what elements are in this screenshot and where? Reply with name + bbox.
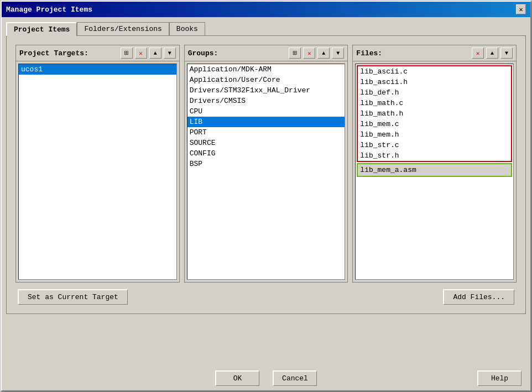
up-icon: ▲ <box>154 50 157 56</box>
targets-down-button[interactable]: ▼ <box>164 48 176 59</box>
list-item[interactable]: Drivers/CMSIS <box>187 96 345 106</box>
help-button[interactable]: Help <box>477 370 521 386</box>
project-targets-header: Project Targets: ⊞ ✕ ▲ ▼ <box>16 45 179 61</box>
list-item[interactable]: SOURCE <box>187 138 345 148</box>
list-item[interactable]: lib_mem.c <box>358 119 511 129</box>
down-icon: ▼ <box>505 50 508 56</box>
close-button[interactable]: ✕ <box>516 4 526 14</box>
tab-folders-extensions[interactable]: Folders/Extensions <box>77 22 169 36</box>
project-targets-panel: Project Targets: ⊞ ✕ ▲ ▼ <box>15 45 180 283</box>
list-item[interactable]: lib_mem_a.asm <box>358 165 511 175</box>
delete-icon: ✕ <box>139 50 143 57</box>
down-icon: ▼ <box>168 50 171 56</box>
list-item[interactable]: lib_math.c <box>358 98 511 108</box>
groups-down-button[interactable]: ▼ <box>332 48 344 59</box>
list-item[interactable]: Application/User/Core <box>187 75 345 85</box>
targets-up-button[interactable]: ▲ <box>149 48 161 59</box>
up-icon: ▲ <box>322 50 325 56</box>
files-label: Files: <box>356 49 470 58</box>
files-up-button[interactable]: ▲ <box>486 48 498 59</box>
bottom-buttons-row: Set as Current Target Add Files... <box>15 289 517 305</box>
list-item[interactable]: PORT <box>187 127 345 138</box>
delete-icon: ✕ <box>476 50 480 57</box>
list-item[interactable]: BSP <box>187 159 345 169</box>
list-item[interactable]: lib_def.h <box>358 87 511 98</box>
list-item[interactable]: Drivers/STM32F1xx_HAL_Driver <box>187 85 345 96</box>
groups-header: Groups: ⊞ ✕ ▲ ▼ <box>185 45 348 61</box>
project-targets-label: Project Targets: <box>19 49 118 58</box>
files-delete-button[interactable]: ✕ <box>472 48 484 59</box>
groups-list[interactable]: Application/MDK-ARM Application/User/Cor… <box>187 64 346 280</box>
files-down-button[interactable]: ▼ <box>500 48 513 59</box>
list-item[interactable]: CPU <box>187 106 345 117</box>
tab-books[interactable]: Books <box>169 22 205 36</box>
down-icon: ▼ <box>336 50 340 56</box>
targets-new-button[interactable]: ⊞ <box>121 48 133 59</box>
dialog-body: Project Items Folders/Extensions Books P… <box>2 17 530 318</box>
list-item[interactable]: lib_ascii.h <box>358 77 511 87</box>
list-item[interactable]: lib_str.h <box>358 150 511 161</box>
footer-center-buttons: OK Cancel <box>215 370 317 386</box>
files-list[interactable]: lib_ascii.c lib_ascii.h lib_def.h lib_ma… <box>355 64 514 280</box>
groups-new-button[interactable]: ⊞ <box>289 48 301 59</box>
list-item[interactable]: Application/MDK-ARM <box>187 64 345 75</box>
list-item[interactable]: ucos1 <box>19 64 176 75</box>
tab-project-items[interactable]: Project Items <box>6 22 77 36</box>
cancel-button[interactable]: Cancel <box>273 370 317 386</box>
list-item[interactable]: CONFIG <box>187 148 345 159</box>
panels-row: Project Targets: ⊞ ✕ ▲ ▼ <box>15 45 517 283</box>
manage-project-dialog: Manage Project Items ✕ Project Items Fol… <box>1 1 531 391</box>
groups-label: Groups: <box>188 49 287 58</box>
ok-button[interactable]: OK <box>215 370 259 386</box>
list-item[interactable]: LIB <box>187 117 345 127</box>
list-item[interactable]: lib_math.h <box>358 108 511 119</box>
add-files-button[interactable]: Add Files... <box>443 289 514 305</box>
set-current-target-button[interactable]: Set as Current Target <box>18 289 128 305</box>
title-bar: Manage Project Items ✕ <box>2 2 530 17</box>
tab-bar: Project Items Folders/Extensions Books <box>6 22 526 35</box>
tab-content: Project Targets: ⊞ ✕ ▲ ▼ <box>6 35 526 314</box>
project-targets-list[interactable]: ucos1 <box>18 64 177 280</box>
dialog-title: Manage Project Items <box>6 6 92 14</box>
groups-panel: Groups: ⊞ ✕ ▲ ▼ <box>184 45 348 283</box>
delete-icon: ✕ <box>307 50 311 57</box>
footer-area: OK Cancel Help <box>2 366 530 390</box>
new-icon: ⊞ <box>293 49 297 58</box>
groups-delete-button[interactable]: ✕ <box>303 48 315 59</box>
list-item[interactable]: lib_mem.h <box>358 129 511 140</box>
new-icon: ⊞ <box>124 49 129 58</box>
files-header: Files: ✕ ▲ ▼ <box>353 45 516 61</box>
groups-up-button[interactable]: ▲ <box>317 48 330 59</box>
up-icon: ▲ <box>491 50 494 56</box>
list-item[interactable]: lib_str.c <box>358 140 511 150</box>
list-item[interactable]: lib_ascii.c <box>358 66 511 77</box>
targets-delete-button[interactable]: ✕ <box>135 48 147 59</box>
files-panel: Files: ✕ ▲ ▼ lib_a <box>352 45 517 283</box>
